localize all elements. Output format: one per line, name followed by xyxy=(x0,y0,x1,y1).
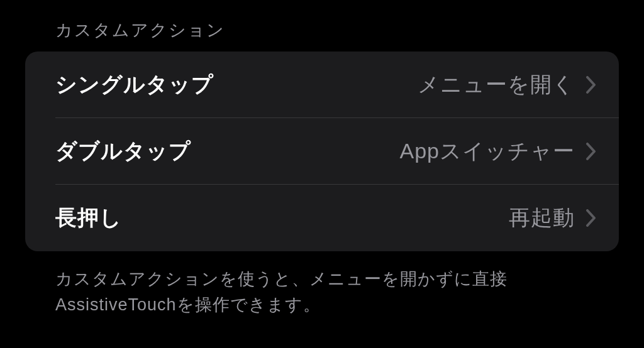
chevron-right-icon xyxy=(586,209,596,227)
section-header: カスタムアクション xyxy=(25,19,619,52)
row-label: ダブルタップ xyxy=(55,137,191,166)
row-double-tap[interactable]: ダブルタップ Appスイッチャー xyxy=(25,118,619,185)
row-label: 長押し xyxy=(55,204,122,232)
chevron-right-icon xyxy=(586,143,596,160)
row-label: シングルタップ xyxy=(55,70,214,99)
row-value-wrap: Appスイッチャー xyxy=(400,137,597,166)
row-long-press[interactable]: 長押し 再起動 xyxy=(25,185,619,251)
settings-group: シングルタップ メニューを開く ダブルタップ Appスイッチャー 長押し 再起動 xyxy=(25,52,619,251)
chevron-right-icon xyxy=(586,76,596,94)
row-value-wrap: メニューを開く xyxy=(418,70,596,99)
section-footer: カスタムアクションを使うと、メニューを開かずに直接AssistiveTouchを… xyxy=(25,251,619,317)
row-single-tap[interactable]: シングルタップ メニューを開く xyxy=(25,52,619,118)
row-value: メニューを開く xyxy=(418,70,575,99)
row-value: 再起動 xyxy=(509,204,575,232)
row-value-wrap: 再起動 xyxy=(509,204,596,232)
row-value: Appスイッチャー xyxy=(400,137,575,166)
